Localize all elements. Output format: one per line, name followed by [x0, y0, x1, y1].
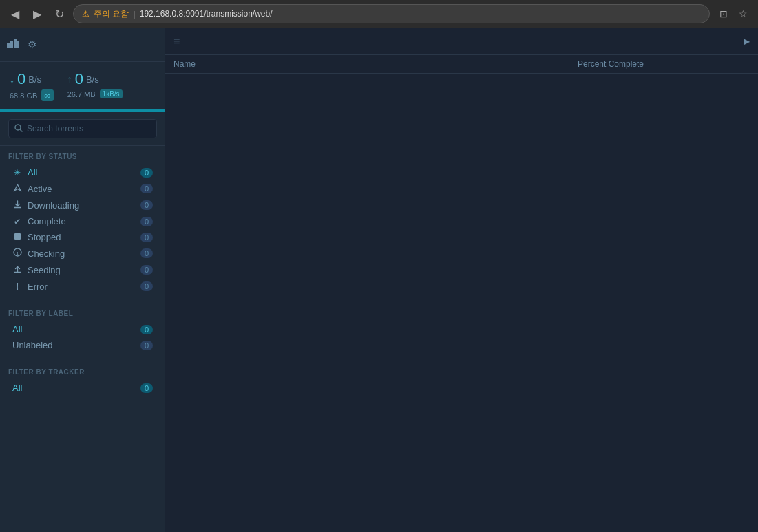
filter-seeding-label: Seeding — [28, 265, 135, 275]
address-separator: | — [133, 9, 135, 19]
upload-value: 0 — [75, 70, 83, 88]
filter-tracker-all-count: 0 — [140, 383, 153, 393]
svg-rect-7 — [14, 233, 21, 240]
filter-error[interactable]: ! Error 0 — [8, 278, 157, 295]
filter-seeding[interactable]: Seeding 0 — [8, 262, 157, 278]
seeding-icon — [12, 264, 22, 275]
back-button[interactable]: ◀ — [7, 6, 23, 22]
download-unit: B/s — [28, 74, 41, 85]
filter-seeding-count: 0 — [140, 265, 153, 275]
search-box[interactable] — [8, 119, 157, 138]
hamburger-button[interactable]: ≡ — [173, 35, 180, 47]
checking-icon: i — [12, 248, 22, 259]
complete-icon: ✔ — [12, 217, 22, 226]
upload-total: 26.7 MB — [67, 90, 96, 98]
filter-checking[interactable]: i Checking 0 — [8, 245, 157, 262]
svg-text:i: i — [17, 250, 19, 256]
filter-tracker-all[interactable]: All 0 — [8, 380, 157, 396]
app-container: ⚙ ↓ 0 B/s 68.8 GB ∞ ↑ 0 B/s — [0, 28, 758, 532]
cast-button[interactable]: ⊡ — [715, 6, 732, 22]
filter-error-count: 0 — [140, 281, 153, 291]
filter-all-count: 0 — [140, 168, 153, 178]
filter-stopped-label: Stopped — [28, 232, 135, 242]
svg-line-5 — [20, 129, 22, 131]
table-header: Name Percent Complete — [165, 55, 758, 74]
filter-by-status-section: FILTER BY STATUS ✳ All 0 Active 0 — [0, 146, 165, 297]
downloading-icon — [12, 200, 22, 211]
download-value: 0 — [17, 70, 25, 88]
upload-stat: ↑ 0 B/s 26.7 MB 1kB/s — [67, 70, 123, 101]
stats-area: ↓ 0 B/s 68.8 GB ∞ ↑ 0 B/s 26.7 MB 1kB/s — [0, 62, 165, 109]
filter-by-tracker-section: FILTER BY TRACKER All 0 — [0, 361, 165, 398]
active-icon — [12, 183, 22, 194]
sidebar-toolbar: ⚙ — [0, 28, 165, 62]
filter-label-all-label: All — [12, 324, 135, 334]
download-arrow: ↓ — [10, 74, 14, 85]
filter-stopped-count: 0 — [140, 233, 153, 242]
warning-text: 주의 요함 — [94, 8, 129, 20]
browser-chrome: ◀ ▶ ↻ ⚠ 주의 요함 | 192.168.0.8:9091/transmi… — [0, 0, 758, 28]
main-content: ≡ ▶ Name Percent Complete — [165, 28, 758, 532]
filter-label-unlabeled[interactable]: Unlabeled 0 — [8, 337, 157, 353]
download-total: 68.8 GB — [10, 92, 37, 100]
download-stat: ↓ 0 B/s 68.8 GB ∞ — [10, 70, 54, 101]
svg-rect-3 — [17, 41, 19, 48]
search-area — [0, 112, 165, 146]
bookmark-button[interactable]: ☆ — [735, 6, 751, 22]
reload-button[interactable]: ↻ — [51, 6, 67, 22]
upload-speed-badge: 1kB/s — [100, 89, 123, 98]
search-input[interactable] — [27, 124, 151, 134]
filter-active[interactable]: Active 0 — [8, 180, 157, 197]
download-infinity-badge: ∞ — [41, 89, 53, 101]
all-icon: ✳ — [12, 168, 22, 178]
filter-all-label: All — [28, 167, 135, 178]
filter-complete-label: Complete — [28, 216, 135, 226]
address-bar[interactable]: ⚠ 주의 요함 | 192.168.0.8:9091/transmission/… — [73, 4, 710, 23]
column-name-header: Name — [173, 59, 578, 69]
upload-unit: B/s — [86, 74, 99, 85]
filter-label-unlabeled-count: 0 — [140, 341, 153, 350]
filter-active-count: 0 — [140, 184, 153, 193]
svg-rect-0 — [7, 43, 10, 48]
svg-rect-2 — [14, 39, 17, 48]
browser-actions: ⊡ ☆ — [715, 6, 751, 22]
torrent-list — [165, 74, 758, 532]
stats-icon[interactable] — [7, 39, 19, 51]
sidebar: ⚙ ↓ 0 B/s 68.8 GB ∞ ↑ 0 B/s — [0, 28, 165, 532]
filter-stopped[interactable]: Stopped 0 — [8, 229, 157, 245]
error-icon: ! — [12, 281, 22, 292]
column-percent-header: Percent Complete — [578, 59, 750, 69]
settings-icon[interactable]: ⚙ — [28, 39, 36, 51]
search-icon — [14, 124, 23, 134]
filter-downloading[interactable]: Downloading 0 — [8, 197, 157, 213]
expand-button[interactable]: ▶ — [744, 36, 750, 46]
forward-button[interactable]: ▶ — [29, 6, 45, 22]
filter-status-title: FILTER BY STATUS — [8, 153, 157, 160]
filter-all[interactable]: ✳ All 0 — [8, 164, 157, 180]
filter-label-unlabeled-label: Unlabeled — [12, 340, 135, 350]
stopped-icon — [12, 233, 22, 242]
address-text: 192.168.0.8:9091/transmission/web/ — [140, 9, 273, 19]
filter-by-label-section: FILTER BY LABEL All 0 Unlabeled 0 — [0, 303, 165, 356]
filter-tracker-all-label: All — [12, 383, 135, 393]
main-toolbar: ≡ ▶ — [165, 28, 758, 55]
filter-label-title: FILTER BY LABEL — [8, 310, 157, 317]
filter-complete[interactable]: ✔ Complete 0 — [8, 213, 157, 229]
filter-downloading-label: Downloading — [28, 200, 135, 211]
filter-complete-count: 0 — [140, 217, 153, 226]
filter-checking-count: 0 — [140, 248, 153, 258]
svg-rect-1 — [10, 41, 13, 48]
filter-downloading-count: 0 — [140, 200, 153, 210]
warning-icon: ⚠ — [82, 9, 90, 19]
filter-error-label: Error — [28, 281, 135, 292]
filter-label-all-count: 0 — [140, 325, 153, 334]
filter-active-label: Active — [28, 184, 135, 194]
filter-label-all[interactable]: All 0 — [8, 321, 157, 337]
filter-tracker-title: FILTER BY TRACKER — [8, 368, 157, 376]
upload-arrow: ↑ — [67, 74, 72, 85]
filter-checking-label: Checking — [28, 248, 135, 259]
